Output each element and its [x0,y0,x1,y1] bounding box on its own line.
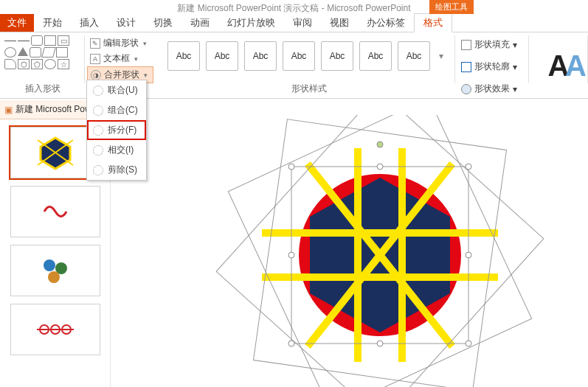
svg-point-27 [377,341,383,346]
effects-icon [461,84,471,94]
text-box-button[interactable]: A 文本框 ▾ [87,51,153,66]
shape-outline-button[interactable]: 形状轮廓▾ [460,59,525,74]
menu-union[interactable]: 联合(U) [87,80,146,100]
group-label-insert-shape: 插入形状 [4,83,80,97]
group-wordart: A A [529,32,588,98]
slide-canvas[interactable] [111,100,588,387]
shapes-gallery[interactable]: ▭ ⬡ ⬠ ☆ [4,35,69,71]
outline-pen-icon [461,62,471,72]
shape-flow2-icon: ⬡ [18,59,30,69]
tab-animations[interactable]: 动画 [181,14,218,32]
union-icon [93,86,103,96]
svg-point-28 [288,252,294,258]
group-label-shape-styles: 形状样式 [167,83,451,97]
shape-rect-icon [31,35,43,46]
fill-bucket-icon [461,40,471,50]
svg-point-24 [288,341,294,346]
menu-subtract[interactable]: 剪除(S) [87,160,146,180]
group-shape-styles: Abc Abc Abc Abc Abc Abc Abc ▾ 形状样式 [159,32,455,98]
shape-triangle-icon [18,47,28,56]
shape-flow3-icon: ⬠ [31,59,43,69]
shape-effects-button[interactable]: 形状效果▾ [460,81,525,97]
style-swatch-6[interactable]: Abc [359,41,392,71]
style-swatch-3[interactable]: Abc [244,41,277,71]
shape-parallelogram-icon [41,47,56,57]
tab-insert[interactable]: 插入 [71,14,108,32]
chevron-down-icon: ▾ [143,40,147,47]
intersect-icon [93,145,103,156]
chevron-down-icon: ▾ [144,72,148,79]
selected-shapes[interactable] [199,115,568,387]
shape-oval-icon [4,47,16,57]
slide-thumb-4[interactable] [10,304,100,355]
tab-transitions[interactable]: 切换 [145,14,181,32]
slide-thumb-2[interactable] [10,186,100,237]
group-insert-shape: ▭ ⬡ ⬠ ☆ 插入形状 [0,32,85,98]
powerpoint-icon: ▣ [4,105,13,115]
window-title: 新建 Microsoft PowerPoint 演示文稿 - Microsoft… [177,2,410,15]
svg-point-30 [377,142,383,147]
style-swatch-5[interactable]: Abc [321,41,353,71]
style-swatch-7[interactable]: Abc [398,41,430,71]
shape-square-icon [44,35,56,46]
shape-trapezoid-icon [56,47,68,57]
tab-view[interactable]: 视图 [321,14,358,32]
svg-point-26 [377,164,383,170]
shape-rrect-icon [30,47,41,57]
style-swatch-4[interactable]: Abc [283,41,315,71]
tab-design[interactable]: 设计 [108,14,145,32]
tab-file[interactable]: 文件 [0,14,34,32]
style-swatch-1[interactable]: Abc [167,41,200,71]
group-shape-fill: 形状填充▾ 形状轮廓▾ 形状效果▾ [455,32,529,98]
tab-format[interactable]: 格式 [414,13,452,32]
svg-point-29 [466,252,471,258]
svg-point-22 [288,164,294,170]
style-swatch-2[interactable]: Abc [206,41,238,71]
shape-fill-button[interactable]: 形状填充▾ [460,37,525,52]
svg-point-5 [48,271,60,283]
merge-shapes-icon: ◑ [91,70,101,80]
shape-flow4-icon [44,59,56,69]
shape-arrow-icon [18,35,30,41]
edit-shape-button[interactable]: ✎ 编辑形状 ▾ [87,35,153,51]
svg-point-3 [44,259,55,271]
chevron-down-icon: ▾ [134,55,138,63]
menu-intersect[interactable]: 相交(I) [87,140,146,160]
svg-point-25 [466,341,471,346]
menu-combine[interactable]: 组合(C) [87,100,146,120]
shape-flow5-icon: ☆ [58,59,69,69]
tab-home[interactable]: 开始 [34,14,71,32]
combine-icon [93,105,103,116]
merge-shapes-menu: 联合(U) 组合(C) 拆分(F) 相交(I) 剪除(S) [86,80,147,181]
shape-line-icon [4,35,16,41]
styles-more-icon[interactable]: ▾ [436,51,446,61]
ribbon-tabs: 文件 开始 插入 设计 切换 动画 幻灯片放映 审阅 视图 办公标签 格式 [0,16,588,32]
wordart-style-2[interactable]: A [565,49,587,83]
tab-office[interactable]: 办公标签 [358,14,414,32]
fragment-icon [93,125,103,136]
slide-thumb-3[interactable] [10,245,100,296]
subtract-icon [93,165,103,175]
shape-flow1-icon [4,59,16,69]
tab-slideshow[interactable]: 幻灯片放映 [218,14,284,32]
svg-point-23 [466,164,471,170]
text-box-icon: A [90,54,100,64]
menu-fragment[interactable]: 拆分(F) [87,120,146,140]
tab-review[interactable]: 审阅 [284,14,321,32]
contextual-tab-group: 绘图工具 [429,0,474,14]
edit-shape-icon: ✎ [90,38,100,49]
